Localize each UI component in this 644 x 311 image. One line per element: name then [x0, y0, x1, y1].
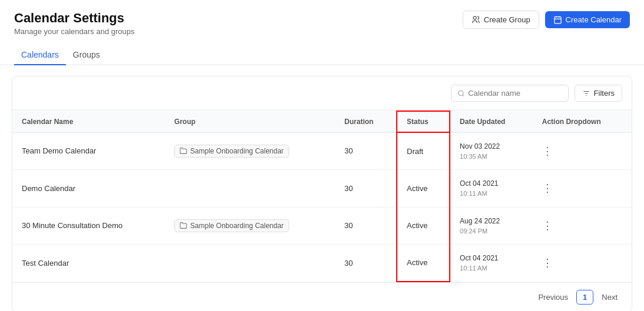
- cell-date-updated: Oct 04 202110:11 AM: [450, 245, 533, 282]
- svg-rect-1: [554, 17, 560, 24]
- cell-status: Active: [397, 207, 450, 245]
- next-button[interactable]: Next: [597, 290, 622, 304]
- table-row: 30 Minute Consultation DemoSample Onboar…: [12, 207, 632, 245]
- cell-status: Active: [397, 170, 450, 208]
- cell-duration: 30: [335, 207, 397, 245]
- cell-group: Sample Onboarding Calendar: [165, 207, 335, 245]
- table-row: Team Demo CalendarSample Onboarding Cale…: [12, 132, 632, 170]
- pagination: Previous 1 Next: [12, 282, 632, 312]
- search-box[interactable]: [451, 85, 569, 102]
- cell-date-updated: Aug 24 202209:24 PM: [450, 207, 533, 245]
- cell-calendar-name: Demo Calendar: [12, 170, 165, 208]
- group-badge: Sample Onboarding Calendar: [174, 219, 289, 232]
- create-calendar-button[interactable]: Create Calendar: [545, 11, 630, 28]
- cell-action: ⋮: [533, 207, 632, 245]
- cell-action: ⋮: [533, 170, 632, 208]
- action-menu-button[interactable]: ⋮: [542, 145, 553, 157]
- page-header: Calendar Settings Manage your calendars …: [0, 0, 644, 36]
- table-row: Test Calendar30ActiveOct 04 202110:11 AM…: [12, 245, 632, 282]
- calendars-table: Calendar Name Group Duration Status Date…: [12, 111, 632, 282]
- col-header-action: Action Dropdown: [533, 111, 632, 132]
- table-header-row: Calendar Name Group Duration Status Date…: [12, 111, 632, 132]
- filter-icon: [582, 89, 590, 98]
- search-input[interactable]: [468, 89, 562, 98]
- cell-group: [165, 245, 335, 282]
- cell-group: [165, 170, 335, 208]
- cell-status: Active: [397, 245, 450, 282]
- svg-point-0: [473, 16, 476, 19]
- svg-point-5: [458, 91, 463, 95]
- col-header-status: Status: [397, 111, 450, 132]
- col-header-date: Date Updated: [450, 111, 533, 132]
- col-header-name: Calendar Name: [12, 111, 165, 132]
- action-menu-button[interactable]: ⋮: [542, 220, 553, 232]
- cell-calendar-name: Test Calendar: [12, 245, 165, 282]
- page-1-button[interactable]: 1: [576, 290, 593, 305]
- col-header-group: Group: [165, 111, 335, 132]
- cell-duration: 30: [335, 170, 397, 208]
- col-header-duration: Duration: [335, 111, 397, 132]
- cell-calendar-name: Team Demo Calendar: [12, 132, 165, 170]
- folder-icon: [180, 222, 187, 229]
- cell-date-updated: Oct 04 202110:11 AM: [450, 170, 533, 208]
- tab-groups[interactable]: Groups: [66, 45, 107, 65]
- action-menu-button[interactable]: ⋮: [542, 257, 553, 269]
- table-toolbar: Filters: [12, 76, 632, 111]
- group-badge: Sample Onboarding Calendar: [174, 145, 289, 158]
- search-icon: [457, 89, 465, 98]
- previous-button[interactable]: Previous: [533, 290, 573, 304]
- user-group-icon: [472, 15, 480, 24]
- svg-line-6: [462, 95, 463, 96]
- cell-action: ⋮: [533, 245, 632, 282]
- folder-icon: [180, 147, 187, 155]
- cell-action: ⋮: [533, 132, 632, 170]
- header-actions: Create Group Create Calendar: [463, 11, 630, 29]
- cell-status: Draft: [397, 132, 450, 170]
- cell-duration: 30: [335, 132, 397, 170]
- filters-label: Filters: [594, 89, 615, 98]
- cell-duration: 30: [335, 245, 397, 282]
- create-group-button[interactable]: Create Group: [463, 11, 539, 29]
- page-title: Calendar Settings: [14, 11, 135, 26]
- cell-calendar-name: 30 Minute Consultation Demo: [12, 207, 165, 245]
- cell-group: Sample Onboarding Calendar: [165, 132, 335, 170]
- header-left: Calendar Settings Manage your calendars …: [14, 11, 135, 36]
- tab-calendars[interactable]: Calendars: [14, 45, 66, 65]
- create-calendar-label: Create Calendar: [566, 15, 622, 24]
- page-subtitle: Manage your calendars and groups: [14, 27, 135, 36]
- action-menu-button[interactable]: ⋮: [542, 182, 553, 194]
- calendar-icon: [553, 15, 562, 24]
- tabs-bar: Calendars Groups: [0, 36, 644, 65]
- cell-date-updated: Nov 03 202210:35 AM: [450, 132, 533, 170]
- table-row: Demo Calendar30ActiveOct 04 202110:11 AM…: [12, 170, 632, 208]
- create-group-label: Create Group: [484, 15, 530, 24]
- main-content: Filters Calendar Name Group Duration Sta…: [12, 76, 632, 311]
- filters-button[interactable]: Filters: [575, 85, 622, 102]
